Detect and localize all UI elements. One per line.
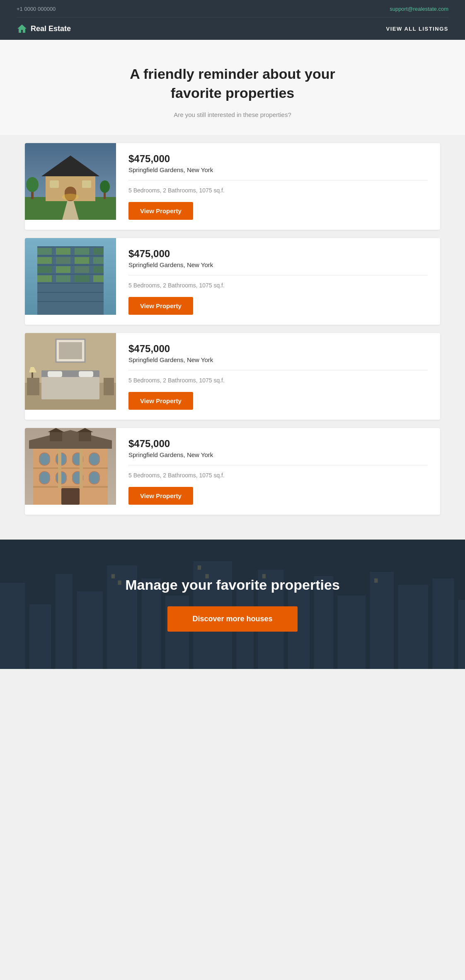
view-all-listings-link[interactable]: VIEW ALL LISTINGS [386, 26, 448, 32]
header-top-bar: +1 0000 000000 support@realestate.com [17, 0, 448, 17]
svg-rect-37 [93, 275, 104, 282]
listing-divider [128, 275, 428, 275]
svg-rect-21 [37, 301, 104, 302]
svg-rect-20 [37, 292, 104, 293]
cta-content: Manage your favorite properties Discover… [17, 577, 448, 632]
svg-rect-34 [37, 275, 52, 282]
svg-rect-48 [41, 377, 99, 399]
listing-image [25, 428, 116, 505]
hero-section: A friendly reminder about your favorite … [0, 40, 465, 135]
listing-price: $475,000 [128, 343, 428, 355]
svg-point-12 [100, 180, 110, 193]
listing-divider [128, 180, 428, 180]
svg-rect-29 [93, 257, 104, 264]
svg-rect-31 [56, 266, 70, 273]
discover-houses-button[interactable]: Discover more houses [167, 606, 297, 632]
listing-location: Springfield Gardens, New York [128, 166, 428, 173]
svg-rect-23 [56, 248, 70, 255]
listing-specs: 5 Bedrooms, 2 Bathrooms, 1075 sq.f. [128, 187, 428, 194]
svg-rect-58 [79, 432, 91, 441]
listing-image [25, 333, 116, 410]
svg-rect-17 [37, 265, 104, 265]
listing-details: $475,000 Springfield Gardens, New York 5… [116, 428, 440, 515]
view-property-button[interactable]: View Property [128, 202, 193, 220]
svg-rect-15 [37, 246, 104, 247]
svg-rect-25 [93, 248, 104, 255]
svg-rect-47 [79, 371, 93, 377]
svg-rect-56 [50, 432, 62, 441]
listing-divider [128, 370, 428, 370]
listing-divider [128, 465, 428, 465]
listing-price: $475,000 [128, 438, 428, 450]
listing-card: $475,000 Springfield Gardens, New York 5… [25, 238, 440, 325]
listing-location: Springfield Gardens, New York [128, 451, 428, 458]
svg-rect-19 [37, 283, 104, 284]
listing-details: $475,000 Springfield Gardens, New York 5… [116, 143, 440, 230]
listing-location: Springfield Gardens, New York [128, 356, 428, 363]
svg-rect-24 [75, 248, 89, 255]
page-wrapper: +1 0000 000000 support@realestate.com Re… [0, 0, 465, 669]
property-image-3 [25, 333, 116, 410]
listing-price: $475,000 [128, 153, 428, 165]
cta-title: Manage your favorite properties [17, 577, 448, 593]
svg-rect-27 [56, 257, 70, 264]
svg-rect-72 [58, 449, 61, 488]
listing-location: Springfield Gardens, New York [128, 261, 428, 268]
header-bottom-bar: Real Estate VIEW ALL LISTINGS [17, 17, 448, 40]
svg-rect-63 [89, 453, 99, 465]
phone-number: +1 0000 000000 [17, 6, 56, 12]
property-image-1 [25, 143, 116, 220]
home-icon [17, 23, 27, 34]
hero-title: A friendly reminder about your favorite … [108, 65, 357, 103]
svg-point-10 [26, 177, 39, 192]
listing-card: $475,000 Springfield Gardens, New York 5… [25, 428, 440, 515]
svg-rect-43 [59, 342, 82, 359]
svg-rect-94 [198, 565, 201, 569]
listing-specs: 5 Bedrooms, 2 Bathrooms, 1075 sq.f. [128, 282, 428, 289]
listings-section: $475,000 Springfield Gardens, New York 5… [0, 135, 465, 540]
email-link[interactable]: support@realestate.com [390, 6, 448, 12]
svg-rect-67 [89, 472, 99, 484]
svg-rect-91 [458, 600, 465, 669]
listing-details: $475,000 Springfield Gardens, New York 5… [116, 238, 440, 325]
svg-rect-6 [50, 180, 59, 188]
svg-rect-51 [31, 372, 33, 378]
svg-rect-7 [82, 180, 91, 188]
svg-point-8 [62, 194, 79, 200]
svg-rect-22 [37, 248, 52, 255]
svg-rect-26 [37, 257, 52, 264]
property-image-2 [25, 238, 116, 315]
listing-specs: 5 Bedrooms, 2 Bathrooms, 1075 sq.f. [128, 377, 428, 384]
listing-specs: 5 Bedrooms, 2 Bathrooms, 1075 sq.f. [128, 472, 428, 479]
svg-rect-32 [75, 266, 89, 273]
view-property-button[interactable]: View Property [128, 487, 193, 505]
svg-rect-30 [37, 266, 52, 273]
svg-rect-18 [37, 274, 104, 275]
svg-rect-71 [33, 486, 108, 488]
cta-footer-section: Manage your favorite properties Discover… [0, 540, 465, 669]
listing-image [25, 238, 116, 315]
listing-price: $475,000 [128, 248, 428, 260]
svg-rect-46 [48, 371, 62, 377]
logo-area: Real Estate [17, 23, 71, 34]
property-image-4 [25, 428, 116, 505]
header: +1 0000 000000 support@realestate.com Re… [0, 0, 465, 40]
svg-rect-16 [37, 255, 104, 256]
hero-subtitle: Are you still interested in these proper… [33, 111, 432, 118]
svg-rect-49 [27, 378, 39, 395]
svg-rect-35 [56, 275, 70, 282]
svg-rect-36 [75, 275, 89, 282]
svg-rect-50 [104, 378, 114, 395]
svg-rect-28 [75, 257, 89, 264]
logo-text: Real Estate [31, 24, 71, 33]
svg-rect-64 [39, 472, 50, 484]
svg-rect-60 [39, 453, 50, 465]
listing-card: $475,000 Springfield Gardens, New York 5… [25, 333, 440, 420]
listing-details: $475,000 Springfield Gardens, New York 5… [116, 333, 440, 420]
svg-rect-69 [61, 488, 80, 505]
view-property-button[interactable]: View Property [128, 392, 193, 410]
svg-rect-33 [93, 266, 104, 273]
svg-rect-70 [33, 467, 108, 469]
svg-rect-73 [80, 449, 83, 488]
view-property-button[interactable]: View Property [128, 297, 193, 315]
